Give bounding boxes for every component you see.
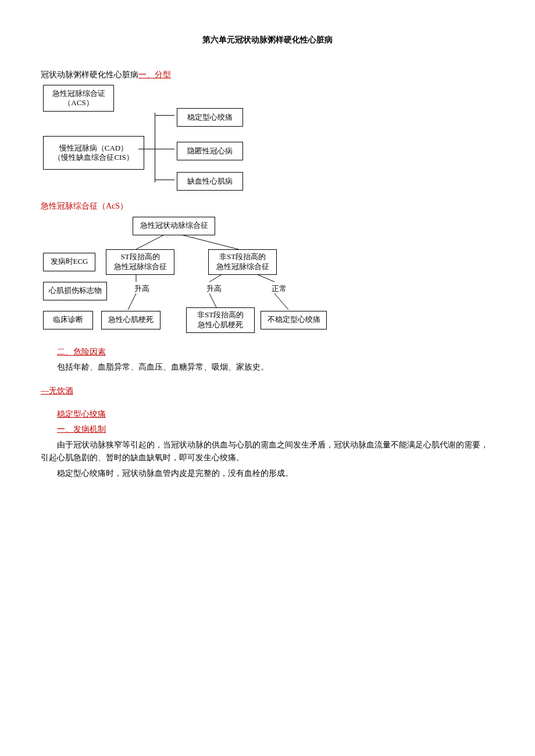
diagram-acs: 急性冠状动脉综合征 发病时ECG ST段抬高的 急性冠脉综合征 非ST段抬高的 … [41, 217, 494, 333]
st-no-line2: 急性冠脉综合征 [216, 262, 269, 272]
mechanism-p1: 由于冠状动脉狭窄等引起的，当冠状动脉的供血与心肌的需血之间发生矛盾，冠状动脉血流… [41, 439, 494, 465]
stable-angina-heading[interactable]: 稳定型心绞痛 [57, 410, 106, 418]
bracket-icon [155, 113, 171, 182]
box-ami: 急性心肌梗死 [101, 311, 160, 329]
label-elevated-2: 升高 [199, 282, 229, 297]
box-st-elevation: ST段抬高的 急性冠脉综合征 [106, 249, 174, 275]
nste-line2: 急性心肌梗死 [197, 320, 244, 330]
box-acs-top: 急性冠状动脉综合征 [133, 217, 215, 235]
box-marker: 心肌损伤标志物 [43, 282, 107, 300]
no-alcohol[interactable]: —无饮酒 [41, 386, 73, 395]
section-link-fenxing[interactable]: 一、分型 [138, 70, 171, 79]
label-elevated-1: 升高 [127, 282, 157, 297]
box-acs: 急性冠脉综合证 （ACS） [43, 85, 114, 112]
box-acs-text: 急性冠脉综合证 （ACS） [52, 89, 105, 109]
box-silent-chd: 隐匿性冠心病 [177, 142, 243, 160]
box-diagnosis: 临床诊断 [43, 311, 93, 329]
box-stable-angina: 稳定型心绞痛 [177, 108, 243, 127]
box-cad-line1: 慢性冠脉病（CAD） [54, 144, 133, 153]
box-cad-line2: （慢性缺血综合征CIS） [54, 153, 133, 163]
intro-line: 冠状动脉粥样硬化性心脏病一、分型 [41, 69, 494, 81]
connector-line [138, 149, 155, 149]
diagram-classification: 急性冠脉综合证 （ACS） 慢性冠脉病（CAD） （慢性缺血综合征CIS） 稳定… [41, 85, 494, 195]
box-unstable-angina: 不稳定型心绞痛 [261, 311, 327, 329]
st-up-line1: ST段抬高的 [114, 252, 167, 262]
box-non-st-elevation: 非ST段抬高的 急性冠脉综合征 [208, 249, 277, 275]
st-up-line2: 急性冠脉综合征 [114, 262, 167, 272]
page-title: 第六单元冠状动脉粥样硬化性心脏病 [41, 35, 494, 45]
risk-heading[interactable]: 二、危险因素 [57, 347, 106, 356]
risk-text: 包括年龄、血脂异常、高血压、血糖异常、吸烟、家族史。 [41, 361, 494, 374]
box-cad: 慢性冠脉病（CAD） （慢性缺血综合征CIS） [43, 136, 144, 170]
box-ecg: 发病时ECG [43, 253, 95, 271]
box-nstemi: 非ST段抬高的 急性心肌梗死 [186, 307, 255, 333]
mechanism-p2: 稳定型心绞痛时，冠状动脉血管内皮是完整的，没有血栓的形成。 [41, 467, 494, 480]
box-ischemic-cardio: 缺血性心肌病 [177, 172, 243, 191]
mechanism-heading[interactable]: 一、发病机制 [57, 425, 106, 433]
intro-prefix: 冠状动脉粥样硬化性心脏病 [41, 70, 138, 79]
st-no-line1: 非ST段抬高的 [216, 252, 269, 262]
acs-heading: 急性冠脉综合征（AcS） [41, 200, 494, 213]
nste-line1: 非ST段抬高的 [197, 310, 244, 320]
label-normal: 正常 [264, 282, 294, 297]
